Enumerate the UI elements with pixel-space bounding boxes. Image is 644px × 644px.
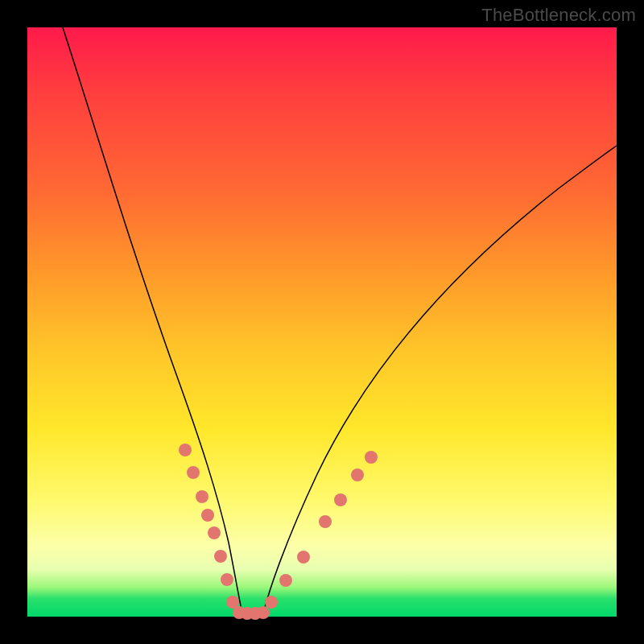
- dot: [257, 606, 270, 619]
- dot: [179, 444, 192, 456]
- dot: [208, 526, 221, 539]
- dot: [365, 451, 378, 464]
- dot: [351, 469, 364, 481]
- dot: [297, 551, 310, 564]
- bottleneck-curve: [63, 27, 617, 613]
- dot: [187, 466, 200, 479]
- flat-dots: [233, 606, 270, 620]
- chart-stage: TheBottleneck.com: [0, 0, 644, 644]
- right-dots: [265, 451, 378, 609]
- dot: [214, 550, 227, 563]
- dot: [221, 573, 233, 586]
- plot-area: [27, 27, 617, 617]
- dot: [319, 515, 332, 528]
- watermark-text: TheBottleneck.com: [481, 5, 636, 26]
- dot: [201, 509, 214, 522]
- curve-layer: [27, 27, 617, 617]
- dot: [196, 490, 208, 503]
- dot: [334, 493, 347, 506]
- dot: [279, 574, 292, 587]
- dot: [265, 596, 278, 609]
